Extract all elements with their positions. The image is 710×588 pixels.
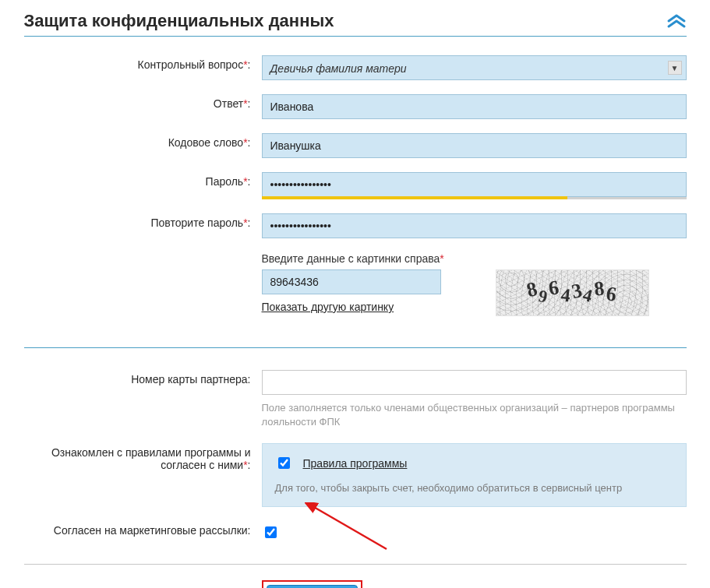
consent-label: Ознакомлен с правилами программы и согла… bbox=[24, 443, 262, 471]
captcha-refresh-link[interactable]: Показать другую картинку bbox=[262, 301, 394, 313]
captcha-digits: 8 9 6 4 3 4 8 6 bbox=[496, 270, 648, 315]
captcha-image: 8 9 6 4 3 4 8 6 bbox=[496, 269, 649, 316]
password-strength-fill bbox=[262, 196, 567, 199]
security-question-selected: Девичья фамилия матери bbox=[262, 55, 687, 80]
captcha-label: Введите данные с картинки справа* bbox=[262, 252, 687, 265]
codeword-label: Кодовое слово*: bbox=[24, 133, 262, 149]
password-repeat-input[interactable] bbox=[262, 213, 687, 238]
consent-note: Для того, чтобы закрыть счет, необходимо… bbox=[275, 482, 673, 494]
program-rules-link[interactable]: Правила программы bbox=[303, 457, 408, 470]
section-title: Защита конфиденциальных данных bbox=[24, 11, 334, 31]
codeword-input[interactable] bbox=[262, 133, 687, 158]
password-input[interactable] bbox=[262, 172, 687, 197]
submit-highlight-box: Отправить bbox=[262, 580, 362, 588]
actions-divider bbox=[24, 564, 687, 565]
submit-button[interactable]: Отправить bbox=[267, 585, 358, 588]
answer-label: Ответ*: bbox=[24, 94, 262, 110]
password-label: Пароль*: bbox=[24, 172, 262, 188]
section-header: Защита конфиденциальных данных bbox=[24, 11, 687, 37]
security-question-select[interactable]: Девичья фамилия матери ▼ bbox=[262, 55, 687, 80]
partner-card-label: Номер карты партнера: bbox=[24, 370, 262, 386]
password-repeat-label: Повторите пароль*: bbox=[24, 213, 262, 229]
chevron-down-icon: ▼ bbox=[668, 61, 682, 75]
security-question-label: Контрольный вопрос*: bbox=[24, 55, 262, 71]
marketing-label: Согласен на маркетинговые рассылки: bbox=[24, 521, 262, 537]
section-divider bbox=[24, 347, 687, 348]
answer-input[interactable] bbox=[262, 94, 687, 119]
partner-card-hint: Поле заполняется только членами обществе… bbox=[262, 401, 687, 429]
partner-card-input[interactable] bbox=[262, 370, 687, 395]
marketing-checkbox[interactable] bbox=[265, 526, 277, 538]
captcha-input[interactable] bbox=[262, 269, 441, 294]
consent-box: Правила программы Для того, чтобы закрыт… bbox=[262, 443, 687, 507]
collapse-icon[interactable] bbox=[666, 13, 687, 29]
consent-checkbox[interactable] bbox=[278, 457, 290, 469]
